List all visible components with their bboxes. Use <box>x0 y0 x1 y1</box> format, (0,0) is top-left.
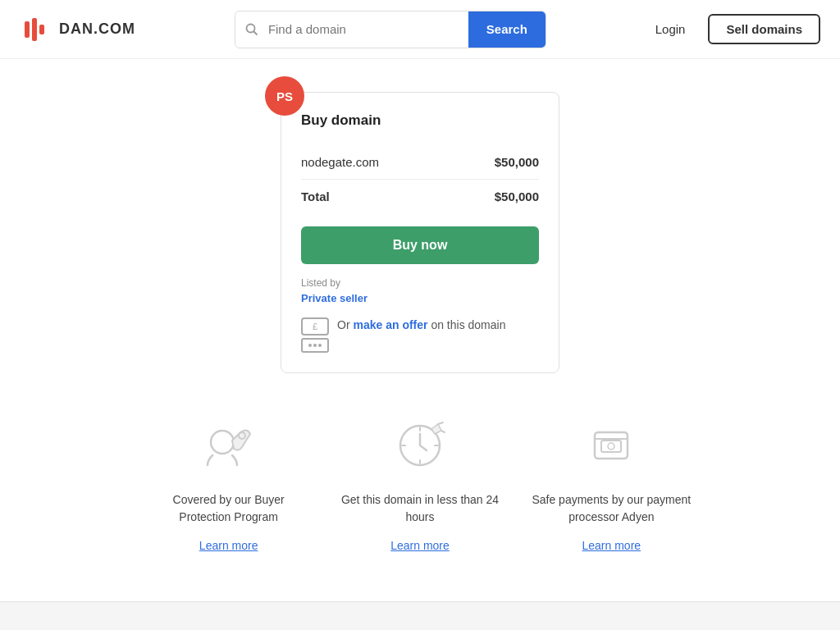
total-price: $50,000 <box>495 189 539 203</box>
buy-domain-card: PS Buy domain nodegate.com $50,000 Total… <box>281 92 559 373</box>
sell-domains-button[interactable]: Sell domains <box>708 14 820 44</box>
dan-logo-icon <box>20 13 52 46</box>
main-content: PS Buy domain nodegate.com $50,000 Total… <box>0 59 840 601</box>
svg-line-13 <box>438 422 443 424</box>
svg-line-5 <box>253 31 257 34</box>
seller-type: Private seller <box>301 292 539 304</box>
domain-name: nodegate.com <box>301 155 379 169</box>
offer-text: Or make an offer on this domain <box>337 317 505 334</box>
avatar: PS <box>265 76 304 116</box>
svg-rect-16 <box>601 441 621 452</box>
svg-rect-3 <box>39 25 44 34</box>
feature-buyer-protection: Covered by our Buyer Protection Program … <box>133 413 324 552</box>
offer-text-pre: Or <box>337 318 350 331</box>
feature-1-learn-more[interactable]: Learn more <box>199 539 258 552</box>
svg-line-14 <box>441 431 445 432</box>
total-row: Total $50,000 <box>301 180 539 213</box>
footer <box>0 601 840 630</box>
feature-3-learn-more[interactable]: Learn more <box>582 539 641 552</box>
listed-by-label: Listed by <box>301 277 539 289</box>
search-bar: Search <box>235 11 546 48</box>
search-icon <box>235 23 268 36</box>
feature-safe-payments: Safe payments by our payment processor A… <box>516 413 707 552</box>
feature-1-title: Covered by our Buyer Protection Program <box>146 491 311 526</box>
offer-icon: £ <box>301 317 329 353</box>
total-label: Total <box>301 189 330 203</box>
make-an-offer-link[interactable]: make an offer <box>353 318 427 331</box>
feature-2-learn-more[interactable]: Learn more <box>390 539 450 552</box>
svg-point-17 <box>608 443 614 450</box>
features-section: Covered by our Buyer Protection Program … <box>133 413 707 552</box>
search-button[interactable]: Search <box>468 11 546 48</box>
svg-rect-1 <box>25 21 30 38</box>
buy-now-button[interactable]: Buy now <box>301 226 539 264</box>
buyer-protection-icon <box>196 413 262 478</box>
header-actions: Login Sell domains <box>646 14 820 44</box>
logo-area: DAN.COM <box>20 13 135 46</box>
currency-icon: £ <box>301 317 329 336</box>
keyboard-icon <box>301 338 329 353</box>
offer-row: £ Or make an offer on this domain <box>301 317 539 353</box>
svg-rect-15 <box>595 432 628 459</box>
header: DAN.COM Search Login Sell domains <box>0 0 840 59</box>
fast-delivery-icon <box>387 413 453 478</box>
search-input[interactable] <box>268 14 468 44</box>
login-button[interactable]: Login <box>646 16 696 43</box>
feature-3-title: Safe payments by our payment processor A… <box>529 491 694 526</box>
domain-row: nodegate.com $50,000 <box>301 145 539 180</box>
safe-payments-icon <box>578 413 644 478</box>
card-title: Buy domain <box>301 112 539 129</box>
logo-text: DAN.COM <box>59 21 135 38</box>
feature-2-title: Get this domain in less than 24 hours <box>337 491 502 526</box>
domain-price: $50,000 <box>495 155 539 169</box>
svg-point-6 <box>211 431 234 454</box>
feature-fast-delivery: Get this domain in less than 24 hours Le… <box>324 413 515 552</box>
offer-text-post: on this domain <box>431 318 505 331</box>
svg-rect-2 <box>32 18 37 41</box>
